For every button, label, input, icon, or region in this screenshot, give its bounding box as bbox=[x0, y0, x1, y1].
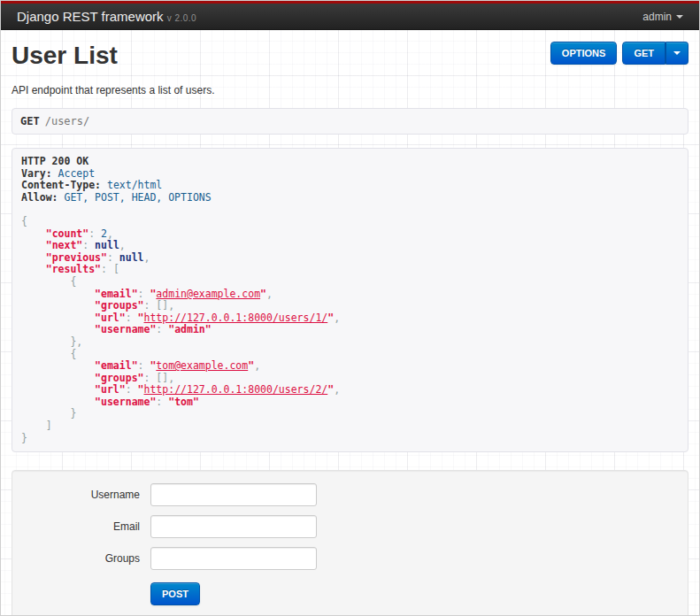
user-dropdown[interactable]: admin bbox=[642, 11, 683, 23]
get-button[interactable]: GET bbox=[622, 42, 665, 65]
email-input[interactable] bbox=[150, 515, 317, 538]
json-value-link[interactable]: http://127.0.0.1:8000/users/1/ bbox=[144, 312, 328, 324]
page-header: User List OPTIONS GET bbox=[12, 30, 688, 70]
page-title: User List bbox=[12, 42, 118, 70]
form-row-email: Email bbox=[29, 515, 671, 538]
username-input[interactable] bbox=[150, 483, 317, 506]
navbar: Django REST frameworkv 2.0.0 admin bbox=[1, 4, 699, 30]
main-content: User List OPTIONS GET API endpoint that … bbox=[1, 30, 699, 616]
brand-version: v 2.0.0 bbox=[167, 13, 197, 23]
request-path: /users/ bbox=[45, 115, 90, 127]
options-button[interactable]: OPTIONS bbox=[550, 42, 618, 65]
create-form-panel: Username Email Groups POST bbox=[12, 470, 688, 616]
caret-down-icon bbox=[673, 51, 681, 55]
email-label: Email bbox=[29, 520, 140, 533]
response-body: HTTP 200 OK Vary: Accept Content-Type: t… bbox=[12, 148, 688, 452]
get-split-button: GET bbox=[622, 42, 688, 65]
request-method: GET bbox=[20, 115, 40, 127]
request-bar: GET/users/ bbox=[12, 108, 688, 135]
page: Django REST frameworkv 2.0.0 admin User … bbox=[0, 0, 700, 616]
brand-title: Django REST framework bbox=[17, 9, 164, 24]
create-user-form: Username Email Groups POST bbox=[29, 483, 671, 605]
username-label: Username bbox=[29, 489, 140, 501]
form-row-groups: Groups bbox=[29, 547, 671, 570]
get-dropdown-button[interactable] bbox=[665, 42, 688, 65]
form-row-username: Username bbox=[29, 483, 671, 506]
post-button[interactable]: POST bbox=[150, 582, 200, 605]
groups-label: Groups bbox=[29, 552, 140, 565]
caret-down-icon bbox=[676, 15, 683, 19]
action-buttons: OPTIONS GET bbox=[550, 42, 688, 70]
json-value-link[interactable]: tom@example.com bbox=[156, 359, 248, 372]
submit-row: POST bbox=[150, 582, 671, 605]
json-value-link[interactable]: http://127.0.0.1:8000/users/2/ bbox=[144, 383, 328, 396]
json-value-link[interactable]: admin@example.com bbox=[156, 288, 260, 300]
user-dropdown-label: admin bbox=[642, 11, 672, 23]
groups-input[interactable] bbox=[150, 547, 317, 570]
endpoint-description: API endpoint that represents a list of u… bbox=[12, 84, 688, 96]
brand: Django REST frameworkv 2.0.0 bbox=[17, 9, 196, 24]
